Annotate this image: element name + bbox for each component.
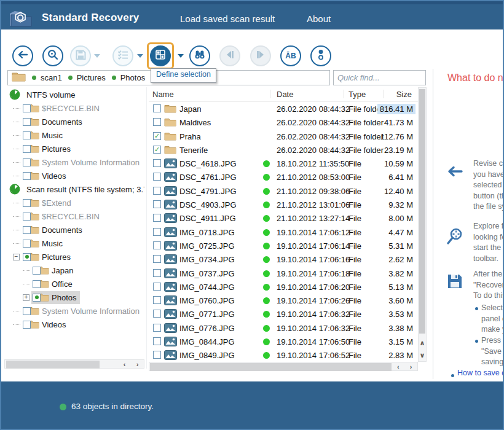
tree-checkbox[interactable] <box>33 294 41 302</box>
tree-item-pictures[interactable]: −Pictures <box>4 250 144 264</box>
file-row-dsc-4618-jpg[interactable]: DSC_4618.JPG18.10.2012 11:35:50File10.59… <box>149 157 418 170</box>
row-checkbox[interactable] <box>153 296 161 304</box>
row-checkbox[interactable] <box>153 283 161 291</box>
row-checkbox[interactable] <box>153 200 161 208</box>
scroll-down-button[interactable]: ∨ <box>419 349 426 361</box>
file-row-img-0734-jpg[interactable]: IMG_0734.JPG19.10.2014 17:06:16File2.62 … <box>149 252 418 266</box>
file-row-img-0718-jpg[interactable]: IMG_0718.JPG19.10.2014 17:06:12File4.47 … <box>149 225 418 239</box>
scrollbar-thumb[interactable] <box>6 361 100 369</box>
row-checkbox[interactable] <box>153 310 161 318</box>
row-checkbox[interactable]: ✓ <box>153 146 161 154</box>
column-header-type[interactable]: Type <box>348 90 366 99</box>
file-list-vertical-scrollbar[interactable]: ∧ ∨ <box>418 87 427 362</box>
row-checkbox[interactable]: ✓ <box>153 132 161 140</box>
tree-item-scan-result-ntfs-file-system-3[interactable]: Scan result (NTFS file system; 3.74 GB i… <box>4 182 144 196</box>
tree-checkbox[interactable] <box>23 240 31 248</box>
tree-item-office[interactable]: Office <box>4 277 144 291</box>
expand-expander[interactable]: + <box>23 294 30 301</box>
tree-item-music[interactable]: Music <box>4 128 144 142</box>
file-row-img-0737-jpg[interactable]: IMG_0737.JPG19.10.2014 17:06:18File3.82 … <box>149 267 418 280</box>
tree-checkbox[interactable] <box>23 253 31 261</box>
row-checkbox[interactable] <box>153 214 161 222</box>
tree-checkbox[interactable] <box>23 118 31 126</box>
tree-checkbox[interactable] <box>23 145 31 153</box>
collapse-expander[interactable]: − <box>13 254 20 260</box>
tree-item-music[interactable]: Music <box>4 237 144 250</box>
tree-checkbox[interactable] <box>23 321 31 329</box>
find-button[interactable] <box>189 45 210 66</box>
row-checkbox[interactable] <box>153 324 161 332</box>
save-dropdown-caret[interactable] <box>94 54 100 58</box>
menu-about[interactable]: About <box>307 14 331 24</box>
row-checkbox[interactable] <box>153 269 161 277</box>
scroll-right-button[interactable]: › <box>131 360 144 368</box>
tree-item-japan[interactable]: Japan <box>4 264 144 277</box>
back-button[interactable] <box>12 45 33 66</box>
file-row-img-0760-jpg[interactable]: IMG_0760.JPG19.10.2014 17:06:26File3.60 … <box>149 294 418 307</box>
menu-load-saved-scan[interactable]: Load saved scan result <box>180 14 275 24</box>
define-selection-dropdown-caret[interactable] <box>178 54 184 58</box>
scrollbar-thumb[interactable] <box>150 363 392 371</box>
row-checkbox[interactable] <box>153 228 161 236</box>
tree-item-pictures[interactable]: Pictures <box>4 142 144 155</box>
file-row-praha[interactable]: ✓Praha26.02.2020 08:44:32File folder112.… <box>149 130 418 143</box>
row-checkbox[interactable] <box>153 104 161 112</box>
column-header-size[interactable]: Size <box>396 90 412 99</box>
tree-checkbox[interactable] <box>23 199 31 207</box>
selection-list-button[interactable] <box>112 45 133 66</box>
tree-checkbox[interactable] <box>23 172 31 180</box>
scroll-up-button[interactable]: ∧ <box>419 337 426 349</box>
file-row-img-0776-jpg[interactable]: IMG_0776.JPG19.10.2014 17:06:32File3.38 … <box>149 321 418 335</box>
tree-item-ntfs-volume[interactable]: NTFS volume <box>4 88 144 101</box>
column-header-name[interactable]: Name <box>152 90 174 99</box>
file-row-maldives[interactable]: Maldives26.02.2020 08:44:32File folder41… <box>149 115 418 129</box>
scroll-left-button[interactable]: ‹ <box>392 362 404 370</box>
tree-checkbox[interactable] <box>33 280 41 288</box>
file-list-horizontal-scrollbar[interactable]: ‹ › <box>149 362 418 371</box>
tree-item-system-volume-information[interactable]: System Volume Information <box>4 155 144 169</box>
file-row-img-0725-jpg[interactable]: IMG_0725.JPG19.10.2014 17:06:14File5.31 … <box>149 239 418 252</box>
breadcrumb-item-scan1[interactable]: scan1 <box>32 73 62 82</box>
tree-item--recycle-bin[interactable]: $RECYCLE.BIN <box>4 101 144 115</box>
file-row-tenerife[interactable]: ✓Tenerife26.02.2020 08:44:32File folder2… <box>149 143 418 157</box>
save-button[interactable] <box>70 45 91 66</box>
tree-item-documents[interactable]: Documents <box>4 223 144 237</box>
define-selection-button[interactable] <box>150 45 171 66</box>
encoding-button[interactable]: ĀB <box>280 45 301 66</box>
more-options-button[interactable] <box>310 45 331 66</box>
row-checkbox[interactable] <box>153 337 161 345</box>
row-checkbox[interactable] <box>153 351 161 359</box>
how-to-save-link[interactable]: How to save data correctly <box>457 369 503 377</box>
tree-checkbox[interactable] <box>23 104 31 112</box>
tree-checkbox[interactable] <box>23 131 31 139</box>
tree-item-videos[interactable]: Videos <box>4 169 144 182</box>
file-row-dsc-4911-jpg[interactable]: DSC_4911.JPG21.10.2012 13:27:14File8.00 … <box>149 211 418 225</box>
tree-checkbox[interactable] <box>23 213 31 221</box>
file-row-dsc-4791-jpg[interactable]: DSC_4791.JPG21.10.2012 09:38:06File12.40… <box>149 184 418 198</box>
file-row-img-0771-jpg[interactable]: IMG_0771.JPG19.10.2014 17:06:32File3.53 … <box>149 307 418 321</box>
file-row-img-0844-jpg[interactable]: IMG_0844.JPG19.10.2014 17:06:50File3.15 … <box>149 335 418 348</box>
file-row-img-0744-jpg[interactable]: IMG_0744.JPG19.10.2014 17:06:20File5.13 … <box>149 280 418 294</box>
tree-item-photos[interactable]: +Photos <box>4 291 144 304</box>
scroll-left-button[interactable]: ‹ <box>118 360 131 368</box>
tree-checkbox[interactable] <box>33 267 41 275</box>
row-checkbox[interactable] <box>153 255 161 263</box>
row-checkbox[interactable] <box>153 173 161 181</box>
next-button[interactable] <box>250 45 271 66</box>
selection-list-dropdown-caret[interactable] <box>137 54 143 58</box>
tree-checkbox[interactable] <box>23 226 31 234</box>
row-checkbox[interactable] <box>153 159 161 167</box>
file-row-dsc-4761-jpg[interactable]: DSC_4761.JPG21.10.2012 08:53:00File6.41 … <box>149 170 418 184</box>
scroll-right-button[interactable]: › <box>404 362 417 370</box>
scan-button[interactable] <box>42 45 63 66</box>
row-checkbox[interactable] <box>153 241 161 249</box>
tree-checkbox[interactable] <box>23 307 31 315</box>
row-checkbox[interactable] <box>153 187 161 195</box>
file-row-japan[interactable]: Japan26.02.2020 08:44:32File folder816.4… <box>149 102 418 115</box>
file-row-dsc-4903-jpg[interactable]: DSC_4903.JPG21.10.2012 13:01:06File9.32 … <box>149 198 418 211</box>
tree-item-documents[interactable]: Documents <box>4 115 144 128</box>
breadcrumb-item-photos[interactable]: Photos <box>112 73 145 82</box>
column-header-date[interactable]: Date <box>277 90 293 99</box>
row-checkbox[interactable] <box>153 118 161 126</box>
tree-item--recycle-bin[interactable]: $RECYCLE.BIN <box>4 209 144 223</box>
